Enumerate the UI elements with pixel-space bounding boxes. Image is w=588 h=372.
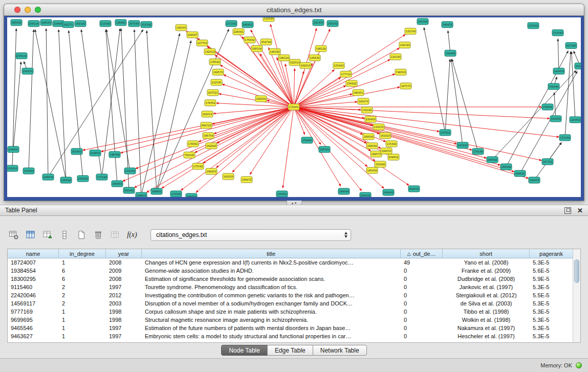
network-node[interactable]: 182142 [75, 20, 86, 27]
column-header-year[interactable]: year [106, 249, 142, 258]
network-node[interactable]: 151542 [141, 21, 152, 28]
network-node[interactable]: 101542 [528, 23, 539, 29]
network-edge[interactable] [445, 59, 450, 130]
table-row[interactable]: 1830029562008Estimation of significance … [8, 275, 580, 283]
network-edge[interactable] [451, 59, 463, 143]
network-edge[interactable] [12, 29, 16, 166]
table-cell[interactable]: 9465546 [8, 324, 59, 332]
network-node[interactable]: 199155 [176, 25, 187, 31]
network-node[interactable]: 166401 [242, 21, 253, 28]
table-cell[interactable]: 2 [59, 291, 106, 299]
network-node[interactable]: 194103 [40, 19, 52, 26]
network-node[interactable]: 177712 [340, 71, 352, 77]
network-edge[interactable] [448, 31, 450, 51]
network-node[interactable]: 162571 [62, 21, 74, 28]
network-node[interactable]: 151043 [552, 30, 563, 36]
table-cell[interactable]: 5.3E-5 [530, 258, 573, 267]
table-cell[interactable]: 1998 [106, 308, 142, 316]
table-cell[interactable]: 5.9E-5 [530, 275, 573, 283]
network-node[interactable]: 142013 [204, 49, 215, 55]
table-row[interactable]: 1872400712008Changes of HCN gene express… [8, 258, 580, 267]
network-node[interactable]: 122159 [405, 28, 416, 34]
table-settings-icon[interactable] [7, 228, 20, 242]
tab-network-table[interactable]: Network Table [313, 345, 367, 356]
network-node[interactable]: 169472 [241, 177, 252, 183]
network-edge[interactable] [574, 51, 580, 64]
network-node[interactable]: 212545 [211, 79, 222, 85]
table-cell[interactable]: Disruption of a novel member of a sodium… [142, 299, 401, 308]
table-cell[interactable]: 18724007 [8, 258, 59, 267]
table-cell[interactable]: Franke et al. (2009) [443, 267, 530, 275]
table-cell[interactable]: 9463627 [8, 332, 59, 340]
table-cell[interactable]: Hescheler et al. (1997) [443, 332, 530, 340]
network-node[interactable]: 180434 [366, 167, 378, 173]
network-node[interactable]: 212054 [124, 168, 136, 174]
close-window-icon[interactable] [14, 7, 20, 13]
network-node[interactable]: 224067 [187, 32, 198, 38]
network-node[interactable]: 204542 [360, 192, 371, 197]
table-cell[interactable]: 1 [59, 308, 106, 316]
table-cell[interactable]: Estimation of significance thresholds fo… [142, 275, 401, 283]
table-cell[interactable]: 5.6E-5 [530, 267, 573, 275]
table-cell[interactable]: 2 [59, 299, 106, 308]
network-node[interactable]: 195832 [309, 55, 320, 61]
table-cell[interactable]: 0 [401, 275, 443, 283]
network-node[interactable]: 153445 [301, 137, 313, 143]
network-node[interactable]: 189553 [381, 148, 392, 154]
network-node[interactable]: 199603 [136, 192, 147, 197]
network-node[interactable]: 201653 [22, 68, 33, 74]
network-node[interactable]: 198481 [115, 19, 126, 26]
network-edge[interactable] [452, 59, 477, 150]
network-edge[interactable] [142, 34, 180, 193]
network-node[interactable]: 112543 [263, 17, 274, 21]
network-node[interactable]: 159582 [542, 104, 553, 110]
table-cell[interactable]: Corpus callosum shape and size in male p… [142, 308, 401, 316]
network-node[interactable]: 169573 [212, 69, 224, 75]
import-table-icon[interactable] [41, 228, 54, 242]
network-edge[interactable] [424, 28, 445, 130]
column-header-in_degree[interactable]: in_degree [59, 249, 106, 258]
table-cell[interactable]: 2 [59, 283, 106, 291]
network-edge[interactable] [554, 93, 556, 117]
table-cell[interactable]: 0 [401, 324, 443, 332]
network-node[interactable]: 193452 [276, 191, 288, 197]
network-node[interactable]: 109743 [399, 42, 410, 48]
network-node[interactable]: 157232 [226, 20, 237, 27]
network-edge[interactable] [106, 30, 117, 182]
network-node[interactable]: 924502 [408, 186, 420, 192]
network-edge[interactable] [157, 41, 191, 189]
table-cell[interactable]: 19384554 [8, 267, 59, 275]
table-row[interactable]: 977716911998Corpus callosum shape and si… [8, 308, 580, 316]
network-edge[interactable] [294, 69, 295, 105]
network-node[interactable]: 169674 [42, 174, 54, 180]
table-row[interactable]: 946554611997Estimation of the future num… [8, 324, 580, 332]
network-node[interactable]: 186754 [203, 133, 214, 139]
network-edge[interactable] [283, 109, 294, 188]
table-cell[interactable]: 14569117 [8, 299, 59, 308]
network-edge[interactable] [181, 108, 292, 190]
network-edge[interactable] [296, 107, 541, 161]
table-cell[interactable]: 2012 [106, 291, 142, 299]
network-node[interactable]: 186451 [353, 90, 364, 96]
network-edge[interactable] [494, 71, 576, 158]
network-node[interactable]: 192453 [529, 177, 540, 183]
network-node[interactable]: 150492 [375, 161, 386, 167]
network-node[interactable]: 175543 [170, 191, 182, 197]
network-edge[interactable] [296, 107, 514, 172]
network-node[interactable]: 171034 [559, 135, 571, 141]
network-node[interactable]: 220403 [365, 116, 376, 122]
network-edge[interactable] [296, 74, 395, 106]
table-cell[interactable]: 5.5E-5 [530, 291, 573, 299]
network-edge[interactable] [29, 30, 34, 169]
network-node[interactable]: 175542 [192, 163, 204, 169]
network-edge[interactable] [296, 86, 346, 106]
network-node[interactable]: 185301 [319, 146, 330, 152]
network-node[interactable]: 167933 [457, 142, 468, 148]
table-cell[interactable]: 1997 [106, 332, 142, 340]
network-edge[interactable] [295, 35, 405, 106]
network-edge[interactable] [59, 30, 66, 178]
table-cell[interactable]: 1 [59, 332, 106, 340]
float-panel-icon[interactable] [564, 207, 571, 214]
network-node[interactable]: 143453 [553, 68, 564, 74]
network-node[interactable]: 132162 [361, 107, 373, 113]
